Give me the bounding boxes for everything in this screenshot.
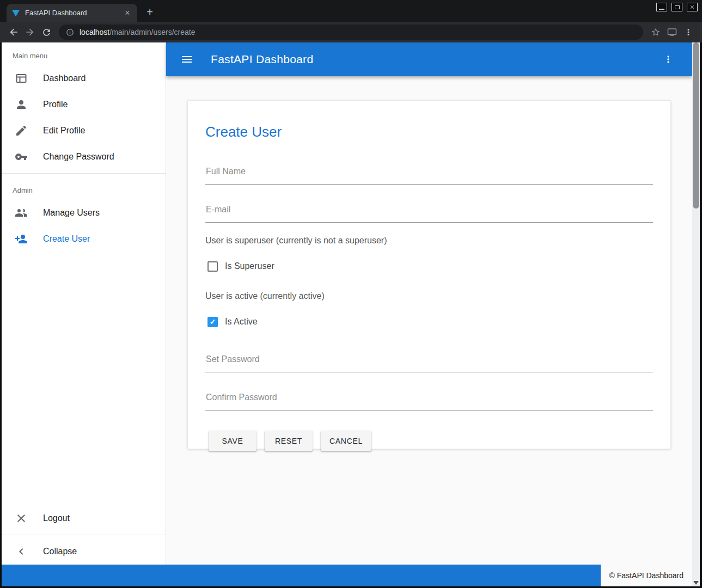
pencil-icon — [15, 124, 28, 137]
sidebar-divider — [2, 173, 166, 174]
browser-titlebar: FastAPI Dashboard × + — [0, 0, 702, 22]
confirm-password-fieldwrap — [205, 393, 653, 411]
sidebar-item-label: Dashboard — [43, 74, 86, 83]
browser-menu-kebab-icon[interactable] — [680, 24, 697, 40]
page-body: Main menu Dashboard Profile Edit Profile — [2, 42, 692, 565]
key-icon — [15, 150, 28, 163]
window-minimize-button[interactable] — [656, 3, 667, 11]
sidebar-item-label: Collapse — [43, 547, 77, 556]
sidebar-item-label: Logout — [43, 513, 70, 523]
appbar-title: FastAPI Dashboard — [211, 53, 313, 66]
sidebar: Main menu Dashboard Profile Edit Profile — [2, 42, 166, 565]
reload-button[interactable] — [38, 24, 54, 40]
person-add-icon — [15, 232, 28, 246]
forward-button[interactable] — [22, 24, 38, 40]
set-password-fieldwrap — [205, 354, 653, 372]
footer-copyright: © FastAPI Dashboard — [601, 565, 692, 586]
sidebar-item-label: Profile — [43, 100, 68, 109]
window-maximize-button[interactable] — [672, 3, 682, 11]
superuser-hint: User is superuser (currently is not a su… — [205, 236, 653, 246]
dashboard-icon — [15, 72, 28, 85]
reset-button[interactable]: RESET — [265, 431, 313, 451]
chevron-left-icon — [15, 545, 28, 558]
back-button[interactable] — [5, 24, 22, 40]
full-name-fieldwrap — [205, 167, 653, 185]
sidebar-item-change-password[interactable]: Change Password — [2, 144, 166, 170]
footer: © FastAPI Dashboard — [2, 565, 692, 586]
url-path: /main/admin/users/create — [109, 28, 195, 36]
favicon-icon — [11, 9, 20, 17]
browser-window: { "colors": { "primary": "#1976d2", "che… — [0, 0, 702, 588]
scrollbar-thumb[interactable] — [693, 42, 699, 209]
browser-toolbar: localhost/main/admin/users/create — [0, 22, 702, 42]
url-text: localhost/main/admin/users/create — [80, 28, 195, 36]
address-bar[interactable]: localhost/main/admin/users/create — [59, 24, 643, 40]
main-area: Create User User is superuser (currently… — [166, 76, 692, 565]
appbar-kebab-icon[interactable] — [658, 50, 678, 69]
maximize-icon — [675, 5, 680, 9]
page-title: Create User — [205, 124, 653, 140]
active-checkbox-label: Is Active — [225, 317, 258, 327]
person-icon — [15, 98, 28, 111]
extension-icon[interactable] — [664, 24, 680, 40]
cancel-button[interactable]: CANCEL — [321, 431, 371, 451]
sidebar-item-dashboard[interactable]: Dashboard — [2, 65, 166, 91]
minimize-icon — [659, 9, 664, 10]
sidebar-main-menu-label: Main menu — [2, 42, 166, 65]
sidebar-item-collapse[interactable]: Collapse — [2, 538, 166, 565]
active-checkbox[interactable]: ✓ — [207, 317, 218, 327]
sidebar-divider — [2, 535, 166, 535]
sidebar-item-profile[interactable]: Profile — [2, 91, 166, 118]
window-close-button[interactable] — [687, 3, 698, 11]
email-fieldwrap — [205, 205, 653, 223]
set-password-input[interactable] — [205, 354, 653, 372]
sidebar-item-logout[interactable]: Logout — [2, 505, 166, 531]
sidebar-item-label: Create User — [43, 234, 90, 244]
form-buttons: SAVE RESET CANCEL — [209, 431, 653, 451]
sidebar-item-create-user[interactable]: Create User — [2, 226, 166, 252]
sidebar-item-label: Manage Users — [43, 208, 100, 218]
people-icon — [15, 206, 28, 219]
full-name-input[interactable] — [205, 167, 653, 185]
bookmark-star-icon[interactable] — [648, 24, 664, 40]
page-scrollbar[interactable] — [692, 42, 700, 586]
logout-x-icon — [15, 512, 28, 525]
sidebar-admin-label: Admin — [2, 177, 166, 200]
sidebar-bottom: Logout Collapse — [2, 505, 166, 565]
hamburger-menu-icon[interactable] — [177, 50, 197, 69]
browser-tab[interactable]: FastAPI Dashboard × — [7, 4, 137, 22]
appbar: FastAPI Dashboard — [166, 42, 692, 76]
create-user-card: Create User User is superuser (currently… — [187, 100, 671, 449]
sidebar-item-manage-users[interactable]: Manage Users — [2, 200, 166, 226]
active-hint: User is active (currently active) — [205, 291, 653, 301]
page-info-icon[interactable] — [66, 28, 74, 36]
superuser-checkbox-row[interactable]: Is Superuser — [207, 260, 653, 273]
close-icon — [689, 4, 695, 10]
superuser-checkbox-label: Is Superuser — [225, 261, 274, 271]
content-area: FastAPI Dashboard Create User User is su… — [166, 42, 692, 565]
confirm-password-input[interactable] — [205, 393, 653, 411]
active-checkbox-row[interactable]: ✓ Is Active — [207, 315, 653, 328]
tab-close-icon[interactable]: × — [123, 8, 132, 18]
window-controls — [656, 3, 698, 11]
url-host: localhost — [80, 28, 109, 36]
web-page: Main menu Dashboard Profile Edit Profile — [2, 42, 692, 586]
sidebar-item-label: Change Password — [43, 152, 114, 162]
email-input[interactable] — [205, 205, 653, 223]
new-tab-button[interactable]: + — [143, 5, 157, 19]
sidebar-item-label: Edit Profile — [43, 126, 85, 136]
sidebar-item-edit-profile[interactable]: Edit Profile — [2, 118, 166, 144]
scrollbar-down-arrow-icon[interactable] — [693, 581, 699, 585]
save-button[interactable]: SAVE — [209, 431, 257, 451]
superuser-checkbox[interactable] — [207, 261, 218, 272]
tab-title: FastAPI Dashboard — [25, 9, 123, 17]
